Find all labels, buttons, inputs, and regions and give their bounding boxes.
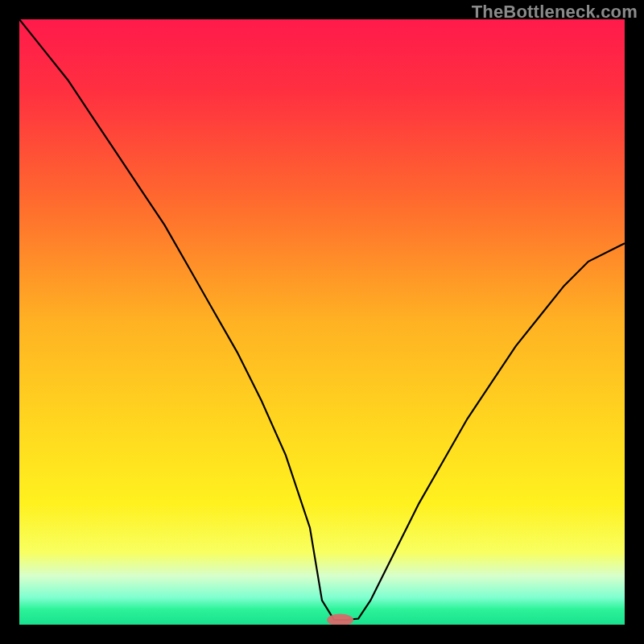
chart-frame: TheBottleneck.com	[0, 0, 644, 644]
watermark-text: TheBottleneck.com	[472, 2, 638, 23]
plot-area	[19, 19, 625, 625]
chart-svg	[19, 19, 625, 625]
gradient-background	[19, 19, 625, 625]
